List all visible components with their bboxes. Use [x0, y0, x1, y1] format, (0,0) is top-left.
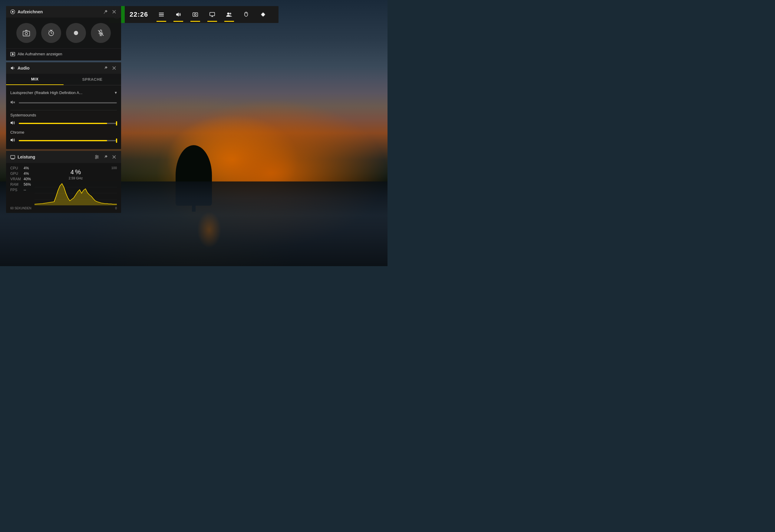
fps-label: FPS — [10, 188, 22, 192]
gpu-stat: GPU 4% — [10, 171, 34, 176]
xbox-menu-btn[interactable] — [153, 6, 170, 23]
svg-marker-40 — [11, 138, 13, 142]
mute-btn[interactable] — [91, 23, 111, 43]
svg-rect-6 — [210, 12, 215, 16]
xbox-bar: ✕ 22:26 — [109, 6, 279, 23]
record-btn[interactable] — [66, 23, 86, 43]
capture-icon — [192, 11, 198, 18]
chrome-volume-row — [10, 136, 117, 145]
chrome-volume-track[interactable] — [19, 140, 117, 141]
svg-rect-4 — [193, 13, 198, 16]
cpu-label: CPU — [10, 166, 22, 170]
aufzeichnen-title: Aufzeichnen — [10, 9, 43, 14]
recording-buttons — [6, 18, 121, 48]
display-icon — [209, 11, 215, 18]
xbox-mouse-btn[interactable] — [238, 6, 255, 23]
tab-mix[interactable]: MIX — [6, 74, 64, 85]
audio-controls — [103, 65, 117, 71]
ram-stat: RAM 56% — [10, 182, 34, 187]
chrome-volume-fill — [19, 140, 107, 141]
leistung-pin-icon — [103, 155, 108, 159]
audio-divider-1 — [10, 110, 117, 110]
speaker-dropdown-icon: ▾ — [115, 90, 117, 95]
svg-point-49 — [97, 156, 98, 158]
xbox-nav-icons — [153, 6, 279, 23]
menu-icon — [158, 11, 164, 18]
mic-mute-icon — [97, 29, 105, 37]
camera-icon — [22, 29, 30, 37]
pin-icon — [103, 10, 108, 14]
audio-label: Audio — [18, 66, 30, 70]
screenshot-btn[interactable] — [16, 23, 36, 43]
audio-close-btn[interactable] — [111, 65, 117, 71]
leistung-pin-btn[interactable] — [103, 154, 108, 160]
leistung-label: Leistung — [18, 155, 35, 159]
systemsounds-volume-fill — [19, 123, 107, 124]
svg-line-16 — [104, 13, 105, 14]
vram-label: VRAM — [10, 177, 22, 181]
xbox-capture-btn[interactable] — [187, 6, 204, 23]
systemsounds-volume-row — [10, 119, 117, 128]
leistung-settings-btn[interactable] — [94, 154, 100, 160]
svg-marker-3 — [176, 12, 178, 17]
record-panel-icon — [10, 9, 15, 14]
speaker-name: Lautsprecher (Realtek High Definition A.… — [10, 90, 115, 95]
ram-value: 56% — [24, 182, 31, 187]
settings-icon — [260, 11, 266, 18]
master-mute-icon — [10, 100, 16, 106]
speaker-select[interactable]: Lautsprecher (Realtek High Definition A.… — [10, 89, 117, 98]
tab-sprache[interactable]: SPRACHE — [64, 74, 121, 85]
systemsounds-volume-thumb — [116, 121, 117, 126]
gpu-label: GPU — [10, 171, 22, 176]
aufzeichnen-header: Aufzeichnen — [6, 6, 121, 18]
leistung-body: CPU 4% GPU 4% VRAM 40% RAM 56% FPS -- — [6, 163, 121, 205]
audio-header: Audio — [6, 62, 121, 74]
chart-min-label: 0 — [115, 207, 117, 210]
xbox-time: 22:26 — [125, 11, 153, 18]
leistung-icon — [10, 155, 15, 159]
audio-body: Lautsprecher (Realtek High Definition A.… — [6, 85, 121, 149]
recordings-icon — [10, 52, 15, 56]
leistung-panel: Leistung — [6, 151, 121, 213]
svg-point-15 — [12, 11, 14, 13]
leistung-settings-icon — [94, 155, 99, 159]
fps-value: -- — [24, 188, 26, 192]
svg-marker-36 — [11, 100, 13, 104]
svg-point-50 — [95, 158, 96, 159]
aufzeichnen-label: Aufzeichnen — [18, 9, 43, 14]
aufzeichnen-pin-btn[interactable] — [103, 9, 108, 15]
leistung-close-icon — [112, 155, 116, 159]
systemsounds-volume-track[interactable] — [19, 123, 117, 124]
svg-point-5 — [195, 14, 196, 15]
chart-time-label: 60 SEKUNDEN — [10, 207, 31, 210]
performance-chart — [34, 181, 117, 205]
master-volume-track[interactable] — [19, 102, 117, 103]
svg-point-26 — [74, 31, 78, 35]
leistung-controls — [94, 154, 117, 160]
svg-point-9 — [227, 13, 230, 15]
chrome-volume-icon — [10, 138, 16, 144]
leistung-title: Leistung — [10, 155, 35, 159]
leistung-close-btn[interactable] — [111, 154, 117, 160]
svg-point-20 — [25, 32, 28, 35]
timer-icon — [47, 29, 55, 37]
svg-rect-1 — [159, 14, 164, 15]
fps-stat: FPS -- — [10, 188, 34, 192]
close-icon — [112, 10, 116, 14]
timer-btn[interactable] — [41, 23, 61, 43]
audio-pin-icon — [103, 66, 108, 70]
aufzeichnen-close-btn[interactable] — [111, 9, 117, 15]
xbox-settings-btn[interactable] — [255, 6, 272, 23]
audio-title: Audio — [10, 66, 30, 70]
chart-max-label: 100 — [111, 166, 117, 170]
show-recordings-link[interactable]: Alle Aufnahmen anzeigen — [6, 48, 121, 60]
audio-pin-btn[interactable] — [103, 65, 108, 71]
xbox-display-btn[interactable] — [204, 6, 221, 23]
svg-marker-32 — [12, 53, 14, 55]
chart-footer: 60 SEKUNDEN 0 — [6, 205, 121, 213]
xbox-social-btn[interactable] — [221, 6, 238, 23]
svg-point-48 — [96, 155, 97, 156]
xbox-volume-btn[interactable] — [170, 6, 187, 23]
vram-stat: VRAM 40% — [10, 177, 34, 181]
chrome-volume-thumb — [116, 139, 117, 143]
